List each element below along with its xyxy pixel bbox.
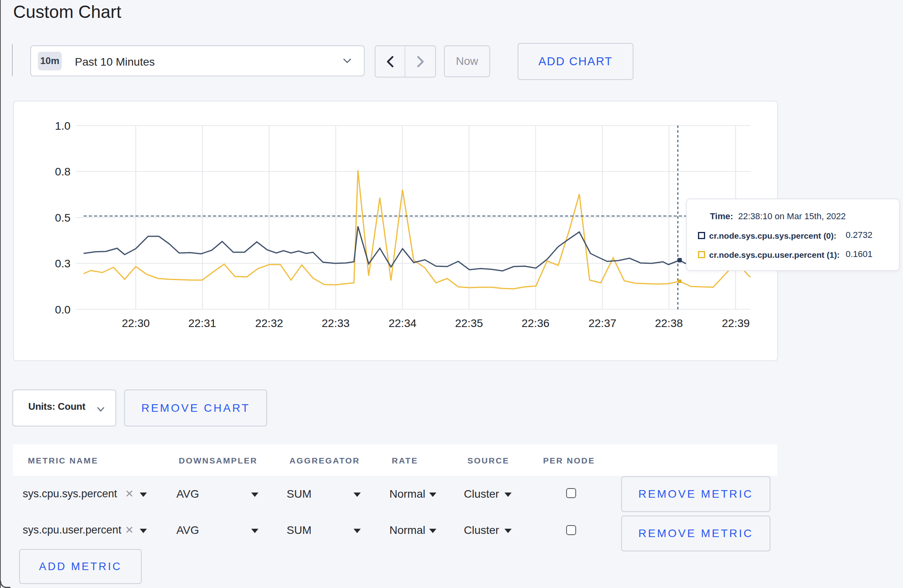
svg-text:0.5: 0.5 xyxy=(55,212,70,224)
svg-text:22:35: 22:35 xyxy=(455,317,483,329)
svg-text:0.8: 0.8 xyxy=(55,165,70,178)
svg-text:1.0: 1.0 xyxy=(55,120,70,132)
svg-text:22:33: 22:33 xyxy=(322,317,350,329)
svg-text:22:38: 22:38 xyxy=(655,317,683,329)
svg-text:0.3: 0.3 xyxy=(55,257,70,270)
svg-text:22:32: 22:32 xyxy=(255,317,283,329)
svg-text:22:36: 22:36 xyxy=(522,317,549,329)
svg-text:22:34: 22:34 xyxy=(389,317,416,329)
svg-text:0.0: 0.0 xyxy=(55,304,70,316)
svg-text:22:37: 22:37 xyxy=(588,317,616,329)
svg-text:22:39: 22:39 xyxy=(722,317,750,329)
svg-text:22:31: 22:31 xyxy=(188,317,216,329)
svg-text:22:30: 22:30 xyxy=(122,317,150,329)
